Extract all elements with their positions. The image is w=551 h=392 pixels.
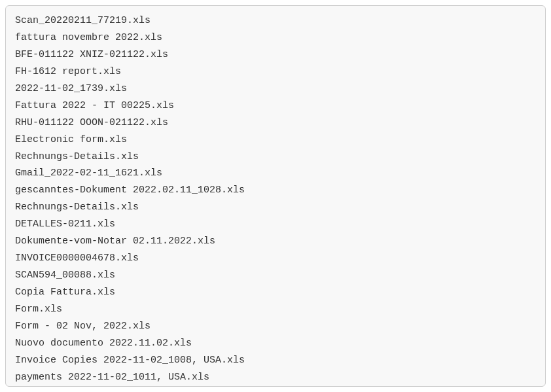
list-item: DETALLES-0211.xls [15,216,536,233]
list-item: Nuovo documento 2022.11.02.xls [15,335,536,352]
list-item: Gmail_2022-02-11_1621.xls [15,165,536,182]
list-item: Scan_20220211_77219.xls [15,12,536,29]
list-item: Electronic form.xls [15,132,536,149]
list-item: Fattura 2022 - IT 00225.xls [15,98,536,115]
list-item: Form.xls [15,301,536,318]
list-item: BFE-011122 XNIZ-021122.xls [15,46,536,63]
list-item: Rechnungs-Details.xls [15,199,536,216]
list-item: Form - 02 Nov, 2022.xls [15,318,536,335]
list-item: 2022-11-02_1739.xls [15,80,536,98]
list-item: Copia Fattura.xls [15,284,536,301]
list-item: Rechnungs-Details.xls [15,149,536,166]
list-item: FH-1612 report.xls [15,63,536,80]
file-list-container: Scan_20220211_77219.xls fattura novembre… [5,5,546,387]
list-item: INVOICE0000004678.xls [15,250,536,267]
list-item: RHU-011122 OOON-021122.xls [15,115,536,132]
list-item: gescanntes-Dokument 2022.02.11_1028.xls [15,182,536,199]
list-item: SCAN594_00088.xls [15,267,536,284]
list-item: payments 2022-11-02_1011, USA.xls [15,369,536,386]
list-item: fattura novembre 2022.xls [15,29,536,46]
list-item: Invoice Copies 2022-11-02_1008, USA.xls [15,352,536,369]
list-item: Dokumente-vom-Notar 02.11.2022.xls [15,233,536,250]
